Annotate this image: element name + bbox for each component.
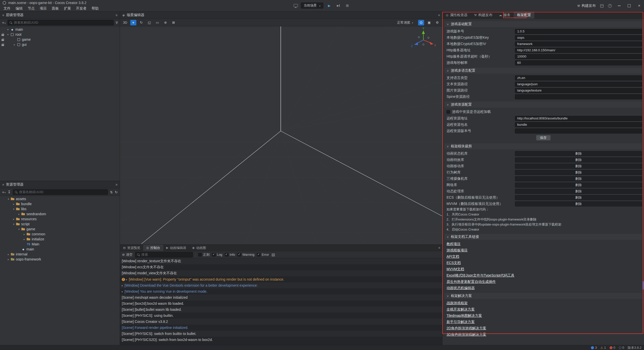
expand-arrow-icon[interactable]: ▸ xyxy=(7,253,10,256)
expand-arrow-icon[interactable] xyxy=(122,284,123,287)
property-input[interactable]: http://localhost:8083/assets/bundle xyxy=(515,116,642,121)
console-log-row[interactable]: [Scene] [PHYSICS]: switch from builtin t… xyxy=(120,331,442,337)
hierarchy-menu-button[interactable] xyxy=(115,13,117,17)
delete-module-button[interactable]: 删除 xyxy=(515,170,642,175)
property-input[interactable]: http://192.168.0.150/main/ xyxy=(515,48,642,53)
console-tab[interactable]: 动画编辑器 xyxy=(163,245,189,251)
section-basic-config[interactable]: 游戏基础配置 xyxy=(445,21,642,27)
collapse-logs-button[interactable] xyxy=(271,252,275,257)
console-tab[interactable]: 动画图 xyxy=(189,245,209,251)
console-error-count[interactable]: 0 xyxy=(610,346,615,349)
console-log-row[interactable]: [Scene] [PHYSICS]: using builtin. xyxy=(120,313,442,319)
view-mode-dropdown[interactable]: 正常浏览 xyxy=(397,20,413,25)
pivot-toggle-button[interactable] xyxy=(163,20,169,25)
camera-preview-button[interactable] xyxy=(426,20,432,25)
asset-row[interactable]: ▾ game xyxy=(0,227,120,232)
menu-item[interactable]: 面板 xyxy=(49,6,61,11)
section-solutions[interactable]: 框架解决方案 xyxy=(445,293,642,299)
asset-row[interactable]: ▸ resources xyxy=(0,216,120,222)
regex-checkbox[interactable] xyxy=(198,253,202,256)
create-asset-button[interactable] xyxy=(2,190,6,194)
lock-icon[interactable] xyxy=(2,38,4,41)
property-input[interactable]: 60 xyxy=(515,60,642,65)
framework-link[interactable]: 3D角色扮演游戏解决方案 xyxy=(445,331,642,338)
framework-link[interactable]: 2D角色扮演游戏解决方案 xyxy=(445,325,642,331)
framework-link[interactable]: 原生包热更新配置自动生成插件 xyxy=(445,279,642,285)
console-log-row[interactable]: [Scene] [bullet]:bullet wasm lib loaded. xyxy=(120,307,442,313)
property-input[interactable]: language/json xyxy=(515,82,642,87)
inspector-tab[interactable]: 服务 xyxy=(496,12,514,19)
hierarchy-search[interactable] xyxy=(8,20,114,25)
inspector-tab[interactable]: 构建发布 xyxy=(471,12,496,19)
scale-tool-button[interactable] xyxy=(146,20,152,25)
framework-link[interactable]: 动画状态机编辑器 xyxy=(445,285,642,291)
expand-arrow-icon[interactable]: ▾ xyxy=(6,28,10,31)
notification-count[interactable]: 0 xyxy=(619,346,624,349)
asset-row[interactable]: ▸ common xyxy=(0,232,120,237)
asset-row[interactable]: ▾ assets xyxy=(0,196,120,201)
menu-item[interactable]: 节点 xyxy=(25,6,37,11)
console-search[interactable] xyxy=(135,252,193,257)
expand-arrow-icon[interactable]: ▸ xyxy=(12,218,16,221)
import-asset-button[interactable] xyxy=(8,190,11,194)
framework-link[interactable]: Excel格式转Json文件与TypeScript代码工具 xyxy=(445,272,642,279)
asset-row[interactable]: ▸ oops-framework xyxy=(0,257,120,262)
expand-arrow-icon[interactable]: ▸ xyxy=(22,233,26,236)
property-input[interactable]: framework xyxy=(515,41,642,47)
asset-row[interactable]: ▾ libs xyxy=(0,206,120,211)
coordinate-toggle-button[interactable] xyxy=(171,20,177,25)
extensions-icon[interactable] xyxy=(600,4,603,8)
console-log-row[interactable]: [Scene] [box2d]:box2d wasm lib loaded. xyxy=(120,300,442,307)
lighting-toggle-button[interactable] xyxy=(418,20,424,25)
maximize-button[interactable] xyxy=(626,3,632,9)
delete-module-button[interactable]: 删除 xyxy=(515,176,642,181)
expand-arrow-icon[interactable]: ▾ xyxy=(6,33,10,36)
expand-arrow-icon[interactable]: ▸ xyxy=(17,213,21,215)
menu-item[interactable]: 帮助 xyxy=(89,6,101,11)
expand-arrow-icon[interactable]: ▸ xyxy=(22,238,26,241)
asset-row[interactable]: ▸ seedrandom xyxy=(0,211,120,216)
hierarchy-node-row[interactable]: game xyxy=(0,37,120,42)
help-icon[interactable] xyxy=(608,4,612,8)
assets-search-input[interactable] xyxy=(19,190,106,194)
move-tool-button[interactable] xyxy=(130,20,136,25)
property-input[interactable]: zh,en xyxy=(515,75,642,80)
remote-load-checkbox[interactable] xyxy=(447,110,450,114)
console-log-row[interactable]: [Scene] Cocos Creator v3.8.2 xyxy=(120,319,442,325)
asset-row[interactable]: Main xyxy=(0,242,120,247)
console-log-row[interactable]: [Window] render_texture文件夹不存在 xyxy=(120,258,442,264)
hierarchy-node-row[interactable]: ▸ gui xyxy=(0,42,120,47)
section-module-trim[interactable]: 框架模块裁剪 xyxy=(445,143,642,149)
hierarchy-node-row[interactable]: ▾ main xyxy=(0,27,120,32)
clear-console-button[interactable]: 清空 xyxy=(122,252,133,257)
filter-checkbox[interactable] xyxy=(212,253,216,256)
console-info-count[interactable]: 3 xyxy=(591,346,597,349)
framework-link[interactable]: 新手引导解决方案 xyxy=(445,319,642,325)
console-search-input[interactable] xyxy=(141,253,191,256)
property-input[interactable]: language/texture xyxy=(515,88,642,93)
lock-icon[interactable] xyxy=(2,43,4,46)
build-publish-button[interactable]: 构建发布 xyxy=(577,4,596,8)
assets-menu-button[interactable] xyxy=(115,183,117,187)
lock-icon[interactable] xyxy=(2,33,4,36)
framework-link[interactable]: 教程项目 xyxy=(445,241,642,247)
regex-toggle[interactable]: 正则 xyxy=(198,252,210,257)
scene-viewport[interactable]: Y X Z xyxy=(120,26,442,244)
close-button[interactable] xyxy=(636,3,642,9)
refresh-assets-button[interactable] xyxy=(115,190,118,194)
expand-arrow-icon[interactable]: ▸ xyxy=(13,43,16,46)
property-input[interactable] xyxy=(515,128,642,134)
scene-menu-button[interactable] xyxy=(438,13,440,17)
filter-checkbox[interactable] xyxy=(225,253,228,256)
delete-module-button[interactable]: 删除 xyxy=(515,183,642,188)
property-input[interactable] xyxy=(515,94,642,99)
framework-link[interactable]: 战旗游戏框架 xyxy=(445,300,642,306)
asset-row[interactable]: main xyxy=(0,247,120,252)
console-tab[interactable]: 控制台 xyxy=(143,245,163,251)
inspector-tab[interactable]: 框架配置 xyxy=(514,12,534,19)
assets-search[interactable] xyxy=(13,189,108,195)
create-node-button[interactable] xyxy=(2,20,6,25)
scene-selector-dropdown[interactable]: 当前场景 xyxy=(301,3,323,9)
console-log-row[interactable]: [Scene] meshopt wasm decoder initialized xyxy=(120,294,442,300)
section-resource-config[interactable]: 游戏资源配置 xyxy=(445,102,642,108)
